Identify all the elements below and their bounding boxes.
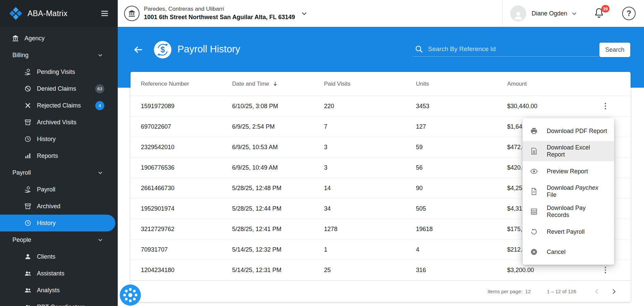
payroll-history-icon: $ — [154, 41, 171, 58]
cell-units: 127 — [416, 123, 507, 130]
sidebar-item-payroll[interactable]: Payroll — [0, 181, 118, 198]
cell-reference: 2329542010 — [141, 144, 232, 151]
cell-reference: 1591972089 — [141, 103, 232, 110]
pending-visits-icon — [24, 68, 32, 76]
sidebar-item-archived-visits[interactable]: Archived Visits — [0, 114, 118, 131]
items-per-page-value[interactable]: 12 — [525, 289, 531, 294]
eye-icon — [530, 167, 538, 175]
sidebar-item-denied-claims[interactable]: Denied Claims 63 — [0, 80, 118, 97]
company-info: Paredes, Contreras and Ulibarri 1001 6th… — [144, 5, 295, 21]
sidebar-item-clients[interactable]: Clients — [0, 248, 118, 265]
sidebar-item-rbt-coordinators[interactable]: RBT Coordinators — [0, 299, 118, 306]
menu-item-download-excel[interactable]: Download Excel Report — [523, 141, 614, 161]
chevron-right-icon — [610, 288, 618, 296]
sidebar-item-analysts[interactable]: Analysts — [0, 282, 118, 299]
sidebar-item-billing-history[interactable]: History — [0, 131, 118, 147]
previous-page-button[interactable] — [590, 285, 604, 298]
denied-claims-icon — [24, 85, 32, 92]
sidebar-item-pending-visits[interactable]: Pending Visits — [0, 63, 118, 80]
page-title: Payroll History — [177, 44, 240, 55]
facility-icon — [124, 6, 140, 21]
row-actions-button[interactable] — [599, 263, 612, 277]
sidebar-item-agency[interactable]: Agency — [0, 30, 118, 47]
sidebar-section-payroll[interactable]: Payroll — [0, 164, 118, 181]
sidebar-item-label: Analysts — [37, 287, 60, 294]
sidebar-item-label: Denied Claims — [37, 85, 76, 92]
hamburger-menu-icon[interactable] — [100, 9, 109, 18]
cell-reference: 3212729762 — [141, 226, 232, 233]
menu-item-download-pdf[interactable]: Download PDF Report — [523, 121, 614, 141]
sidebar-item-payroll-archived[interactable]: Archived — [0, 198, 118, 215]
pay-records-icon — [530, 208, 538, 216]
sidebar-section-billing[interactable]: Billing — [0, 47, 118, 63]
cell-reference: 70931707 — [141, 246, 232, 253]
row-actions-button[interactable] — [599, 99, 612, 113]
chevron-down-icon[interactable] — [300, 9, 308, 17]
sidebar-item-label: Assistants — [37, 270, 64, 277]
cell-amount: $30,440.00 — [507, 103, 595, 110]
notifications-button[interactable]: 39 — [593, 7, 605, 20]
payroll-icon — [24, 186, 32, 193]
cell-paid-visits: 25 — [324, 267, 416, 274]
menu-item-preview-report[interactable]: Preview Report — [523, 161, 614, 181]
cell-paid-visits: 3 — [324, 164, 416, 171]
cell-amount: $3,200.00 — [507, 267, 595, 274]
sidebar-item-label: RBT Coordinators — [37, 304, 85, 306]
menu-item-cancel[interactable]: Cancel — [523, 242, 614, 262]
app-title: ABA-Matrix — [28, 9, 67, 18]
history-icon — [24, 219, 32, 227]
chevron-down-icon[interactable] — [571, 10, 578, 17]
row-actions-menu: Download PDF Report Download Excel Repor… — [523, 118, 614, 265]
section-label: People — [12, 236, 31, 244]
cell-units: 56 — [416, 164, 507, 171]
help-button[interactable]: ? — [622, 7, 636, 20]
cell-paid-visits: 14 — [324, 185, 416, 192]
cell-datetime: 6/9/25, 2:54 PM — [232, 123, 324, 130]
rejected-claims-count-badge: 4 — [95, 101, 104, 110]
person-icon — [513, 10, 524, 21]
archive-icon — [24, 203, 32, 210]
paginator: Items per page: 12 1 – 12 of 126 — [130, 280, 631, 302]
people-icon — [24, 303, 32, 306]
sidebar-item-payroll-history[interactable]: History — [0, 215, 115, 231]
chevron-down-icon — [97, 169, 104, 176]
cell-reference: 2661466730 — [141, 185, 232, 192]
sidebar-item-rejected-claims[interactable]: Rejected Claims 4 — [0, 97, 118, 114]
cell-datetime: 5/28/25, 12:41 PM — [232, 226, 324, 233]
kebab-menu-icon — [601, 102, 610, 111]
chevron-down-icon — [97, 236, 104, 243]
sidebar-header: ABA-Matrix — [0, 0, 118, 27]
sidebar-item-label: Clients — [37, 253, 55, 260]
search-input[interactable] — [428, 45, 598, 53]
user-avatar[interactable] — [510, 5, 526, 21]
column-header-date[interactable]: Date and Time — [232, 81, 324, 87]
menu-item-download-pay-records[interactable]: Download Pay Records — [523, 202, 614, 222]
sidebar: ABA-Matrix Agency Billing Pending Visits… — [0, 0, 118, 306]
chat-widget-button[interactable] — [120, 285, 141, 306]
search-field — [413, 41, 598, 57]
sidebar-item-reports[interactable]: Reports — [0, 147, 118, 164]
sidebar-item-label: Archived — [37, 203, 60, 210]
excel-report-icon — [530, 147, 538, 155]
sidebar-item-label: History — [37, 220, 56, 227]
sort-descending-icon — [272, 81, 278, 87]
cell-units: 59 — [416, 144, 507, 151]
section-label: Billing — [12, 52, 29, 59]
cell-units: 90 — [416, 185, 507, 192]
next-page-button[interactable] — [607, 285, 621, 298]
user-name[interactable]: Diane Ogden — [532, 10, 567, 17]
search-icon — [415, 45, 423, 53]
sidebar-section-people[interactable]: People — [0, 231, 118, 248]
back-button[interactable] — [133, 44, 144, 55]
sidebar-item-assistants[interactable]: Assistants — [0, 265, 118, 282]
sidebar-item-label: Archived Visits — [37, 119, 76, 126]
cell-units: 505 — [416, 205, 507, 212]
rejected-claims-icon — [24, 102, 32, 109]
company-selector[interactable]: Paredes, Contreras and Ulibarri 1001 6th… — [124, 0, 308, 27]
chevron-left-icon — [593, 288, 601, 296]
menu-item-revert-payroll[interactable]: Revert Payroll — [523, 222, 614, 242]
sidebar-item-label: History — [37, 136, 56, 143]
search-button[interactable]: Search — [599, 43, 630, 57]
menu-item-download-paychex[interactable]: Download Paychex File — [523, 181, 614, 202]
history-icon — [24, 135, 32, 143]
